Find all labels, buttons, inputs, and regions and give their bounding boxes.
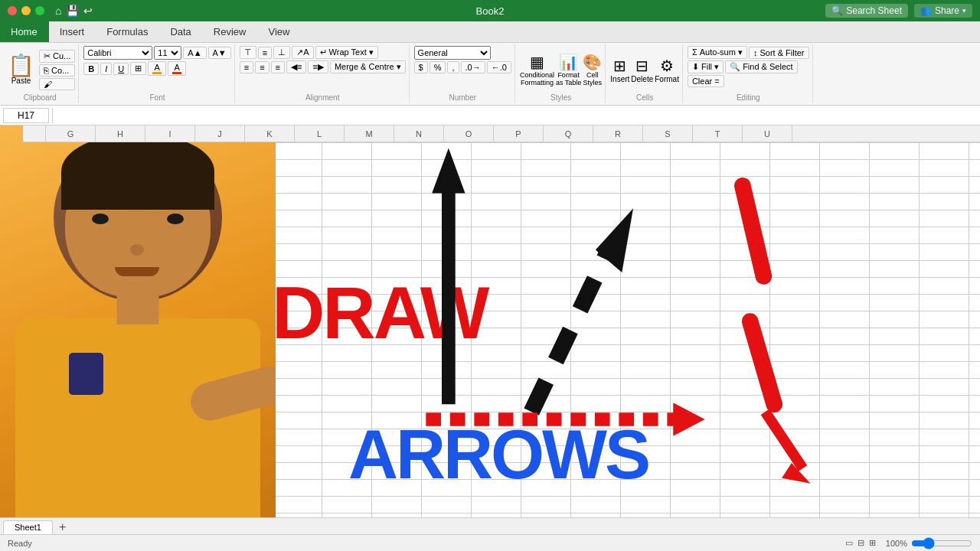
orientation-button[interactable]: ↗A <box>292 46 313 59</box>
paste-label: Paste <box>11 77 31 85</box>
share-button[interactable]: 👥 Share ▾ <box>914 4 972 18</box>
tab-review[interactable]: Review <box>203 21 258 42</box>
comma-button[interactable]: , <box>447 61 459 73</box>
formula-input[interactable] <box>56 110 977 121</box>
find-select-button[interactable]: 🔍 Find & Select <box>725 60 797 73</box>
format-as-table-button[interactable]: 📊 Formatas Table <box>556 53 581 86</box>
tab-formulas[interactable]: Formulas <box>96 21 159 42</box>
clear-button[interactable]: Clear = <box>688 75 724 87</box>
zoom-slider[interactable] <box>911 537 972 549</box>
wrap-text-button[interactable]: ↵ Wrap Text ▾ <box>315 46 378 59</box>
col-header-l[interactable]: L <box>295 126 345 142</box>
col-header-k[interactable]: K <box>245 126 295 142</box>
indent-decrease-button[interactable]: ◀≡ <box>286 60 306 73</box>
eye-right <box>167 214 184 224</box>
page-break-icon[interactable]: ⊞ <box>869 538 876 548</box>
cond-format-icon: ▦ <box>530 53 544 71</box>
tab-insert[interactable]: Insert <box>49 21 96 42</box>
col-header-i[interactable]: I <box>145 126 195 142</box>
col-header-q[interactable]: Q <box>544 126 593 142</box>
col-header-m[interactable]: M <box>345 126 394 142</box>
indent-increase-button[interactable]: ≡▶ <box>308 60 328 73</box>
page-layout-icon[interactable]: ⊟ <box>858 538 864 548</box>
font-group-items: Calibri 11 A▲ A▼ B I U ⊞ A A <box>83 46 230 93</box>
col-header-h[interactable]: H <box>96 126 145 142</box>
format-button[interactable]: ⚙ Format <box>655 57 679 83</box>
font-family-select[interactable]: Calibri <box>83 46 152 60</box>
align-top-button[interactable]: ⊤ <box>240 46 256 59</box>
percent-button[interactable]: % <box>430 61 446 73</box>
nose <box>130 244 144 256</box>
font-color-button[interactable]: A <box>168 61 186 76</box>
tab-data[interactable]: Data <box>159 21 202 42</box>
tab-view[interactable]: View <box>257 21 301 42</box>
align-left-button[interactable]: ≡ <box>240 61 253 73</box>
format-table-icon: 📊 <box>559 53 578 71</box>
maximize-button[interactable] <box>35 6 44 15</box>
col-header-g[interactable]: G <box>46 126 96 142</box>
col-header-s[interactable]: S <box>643 126 693 142</box>
minimize-button[interactable] <box>21 6 31 15</box>
col-header-o[interactable]: O <box>444 126 494 142</box>
decrease-decimal-button[interactable]: ←.0 <box>487 61 511 73</box>
increase-decimal-button[interactable]: .0→ <box>461 61 485 73</box>
paste-button[interactable]: 📋 Paste <box>5 54 38 86</box>
ribbon-tabs: Home Insert Formulas Data Review View <box>0 21 980 43</box>
align-center-button[interactable]: ≡ <box>255 61 269 73</box>
nav-home-icon[interactable]: ⌂ <box>55 5 61 17</box>
align-bottom-button[interactable]: ⊥ <box>273 46 290 59</box>
italic-button[interactable]: I <box>100 63 112 75</box>
formula-bar-divider <box>52 108 53 123</box>
col-header-j[interactable]: J <box>195 126 245 142</box>
workbook-title: Book2 <box>476 5 505 17</box>
status-bar: Ready ▭ ⊟ ⊞ 100% <box>0 534 980 551</box>
copy-button[interactable]: ⎘ Co... <box>39 64 75 77</box>
editing-row2: ⬇ Fill ▾ 🔍 Find & Select <box>688 60 798 73</box>
editing-row3: Clear = <box>688 75 724 87</box>
decrease-font-button[interactable]: A▼ <box>208 47 231 59</box>
font-group: Calibri 11 A▲ A▼ B I U ⊞ A A Font <box>80 44 234 103</box>
fill-button[interactable]: ⬇ Fill ▾ <box>688 60 724 73</box>
add-sheet-button[interactable]: + <box>54 520 70 534</box>
normal-view-icon[interactable]: ▭ <box>845 538 853 548</box>
save-icon[interactable]: 💾 <box>66 5 79 17</box>
border-button[interactable]: ⊞ <box>130 62 146 75</box>
align-right-button[interactable]: ≡ <box>271 61 285 73</box>
col-header-r[interactable]: R <box>593 126 643 142</box>
sort-filter-button[interactable]: ↕ Sort & Filter <box>749 47 809 59</box>
underline-button[interactable]: U <box>113 63 129 75</box>
tab-home[interactable]: Home <box>0 21 49 42</box>
col-header-n[interactable]: N <box>394 126 444 142</box>
chevron-down-icon: ▾ <box>962 7 966 15</box>
col-header-t[interactable]: T <box>693 126 743 142</box>
delete-button[interactable]: ⊟ Delete <box>631 57 653 83</box>
autosum-button[interactable]: Σ Auto-sum ▾ <box>688 46 747 59</box>
cell-styles-button[interactable]: 🎨 CellStyles <box>583 53 602 86</box>
col-header-u[interactable]: U <box>743 126 792 142</box>
align-middle-button[interactable]: ≡ <box>258 47 272 59</box>
titlebar-right: 🔍 Search Sheet 👥 Share ▾ <box>825 4 972 18</box>
cell-reference-input[interactable] <box>3 108 49 123</box>
merge-center-button[interactable]: Merge & Centre ▾ <box>330 60 406 73</box>
font-row2: B I U ⊞ A A <box>83 61 186 76</box>
draw-text: DRAW <box>272 271 487 355</box>
currency-button[interactable]: $ <box>414 61 428 73</box>
bold-button[interactable]: B <box>83 63 99 75</box>
sheet-tab-sheet1[interactable]: Sheet1 <box>3 520 53 534</box>
number-row2: $ % , .0→ ←.0 <box>414 61 511 73</box>
fill-color-button[interactable]: A <box>148 61 166 76</box>
search-icon: 🔍 <box>831 5 843 16</box>
font-size-select[interactable]: 11 <box>154 46 181 60</box>
undo-icon[interactable]: ↩ <box>83 5 93 17</box>
number-format-select[interactable]: General <box>414 46 491 60</box>
conditional-formatting-button[interactable]: ▦ ConditionalFormatting <box>520 53 554 86</box>
format-painter-button[interactable]: 🖌 <box>39 78 75 90</box>
search-box[interactable]: 🔍 Search Sheet <box>825 4 908 18</box>
insert-button[interactable]: ⊞ Insert <box>610 57 629 83</box>
traffic-lights: ⌂ 💾 ↩ <box>8 5 93 17</box>
sheet-tabs-bar: Sheet1 + <box>0 517 980 534</box>
col-header-p[interactable]: P <box>494 126 544 142</box>
cut-button[interactable]: ✂ Cu... <box>39 50 75 63</box>
increase-font-button[interactable]: A▲ <box>183 47 206 59</box>
close-button[interactable] <box>8 6 17 15</box>
